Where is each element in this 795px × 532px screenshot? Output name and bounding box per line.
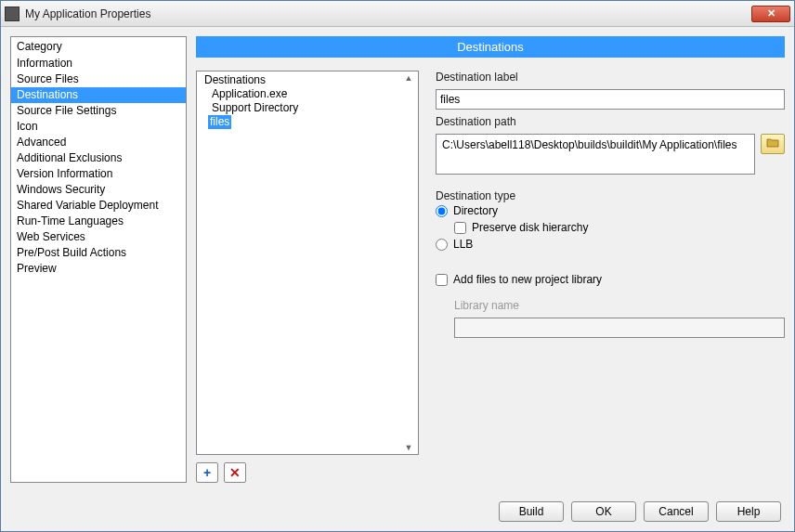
sidebar-item[interactable]: Windows Security: [11, 182, 186, 198]
sidebar-item[interactable]: Pre/Post Build Actions: [11, 245, 186, 261]
build-button[interactable]: Build: [499, 501, 564, 522]
sidebar-item[interactable]: Advanced: [11, 135, 186, 150]
destinations-column: DestinationsApplication.exeSupport Direc…: [196, 71, 419, 483]
sidebar-item[interactable]: Web Services: [11, 229, 186, 245]
sidebar-item[interactable]: Information: [11, 56, 186, 71]
close-button[interactable]: ✕: [751, 6, 790, 22]
dest-type-label: Destination type: [436, 189, 785, 202]
window-title: My Application Properties: [25, 7, 751, 20]
add-files-row: Add files to new project library: [436, 271, 785, 288]
llb-label: LLB: [453, 238, 473, 251]
preserve-checkbox[interactable]: [454, 222, 466, 234]
scroll-up-icon: ▲: [405, 73, 413, 83]
destination-form: Destination label Destination path C:\Us…: [436, 71, 785, 483]
app-icon: [5, 6, 20, 21]
sidebar-item[interactable]: Additional Exclusions: [11, 150, 186, 166]
close-icon: ✕: [767, 7, 775, 19]
dest-path-row: C:\Users\abell118\Desktop\builds\buildit…: [436, 134, 785, 175]
help-button[interactable]: Help: [716, 501, 781, 522]
sidebar-item[interactable]: Version Information: [11, 166, 186, 182]
ok-button[interactable]: OK: [571, 501, 636, 522]
category-header: Category: [11, 37, 186, 56]
dest-type-directory-row: Directory: [436, 202, 785, 219]
library-name-label: Library name: [454, 299, 785, 312]
page-title: Destinations: [196, 36, 785, 58]
properties-dialog: My Application Properties ✕ Category Inf…: [0, 0, 795, 532]
llb-radio[interactable]: [436, 239, 448, 251]
preserve-label: Preserve disk hierarchy: [472, 221, 588, 234]
sidebar-item[interactable]: Preview: [11, 261, 186, 277]
page-body: DestinationsApplication.exeSupport Direc…: [196, 71, 785, 483]
preserve-row: Preserve disk hierarchy: [454, 219, 785, 236]
destinations-buttons: + ✕: [196, 462, 419, 483]
category-sidebar: Category InformationSource FilesDestinat…: [10, 36, 187, 483]
dest-path-input[interactable]: C:\Users\abell118\Desktop\builds\buildit…: [436, 134, 755, 175]
sidebar-item[interactable]: Destinations: [11, 87, 186, 103]
dialog-footer: Build OK Cancel Help: [1, 492, 794, 531]
cancel-button[interactable]: Cancel: [644, 501, 709, 522]
destination-item[interactable]: files: [208, 115, 231, 129]
library-name-input: [454, 318, 785, 338]
add-files-checkbox[interactable]: [436, 274, 448, 286]
sidebar-item[interactable]: Run-Time Languages: [11, 214, 186, 229]
scrollbar[interactable]: ▲ ▼: [401, 73, 416, 452]
dest-label-input[interactable]: [436, 89, 785, 110]
destination-item[interactable]: Application.exe: [208, 86, 291, 101]
content-area: Category InformationSource FilesDestinat…: [1, 27, 794, 492]
directory-radio[interactable]: [436, 205, 448, 217]
dest-type-group: Destination type Directory Preserve disk…: [436, 189, 785, 253]
destinations-listbox[interactable]: DestinationsApplication.exeSupport Direc…: [196, 71, 419, 455]
sidebar-item[interactable]: Shared Variable Deployment: [11, 198, 186, 214]
directory-label: Directory: [453, 204, 498, 217]
titlebar: My Application Properties ✕: [1, 1, 794, 27]
destination-item[interactable]: Support Directory: [208, 100, 302, 115]
add-destination-button[interactable]: +: [196, 462, 218, 483]
delete-destination-button[interactable]: ✕: [224, 462, 246, 483]
main-panel: Destinations DestinationsApplication.exe…: [196, 36, 785, 483]
folder-icon: [766, 137, 779, 150]
browse-button[interactable]: [761, 134, 785, 154]
sidebar-item[interactable]: Source File Settings: [11, 103, 186, 119]
destination-item[interactable]: Destinations: [201, 73, 269, 87]
category-list[interactable]: InformationSource FilesDestinationsSourc…: [11, 56, 186, 482]
add-files-label: Add files to new project library: [453, 273, 602, 286]
dest-label-label: Destination label: [436, 71, 785, 84]
sidebar-item[interactable]: Icon: [11, 119, 186, 135]
scroll-down-icon: ▼: [405, 443, 413, 452]
dest-type-llb-row: LLB: [436, 236, 785, 253]
plus-icon: +: [203, 465, 211, 480]
delete-icon: ✕: [229, 465, 241, 480]
dest-path-label: Destination path: [436, 115, 785, 128]
sidebar-item[interactable]: Source Files: [11, 71, 186, 87]
